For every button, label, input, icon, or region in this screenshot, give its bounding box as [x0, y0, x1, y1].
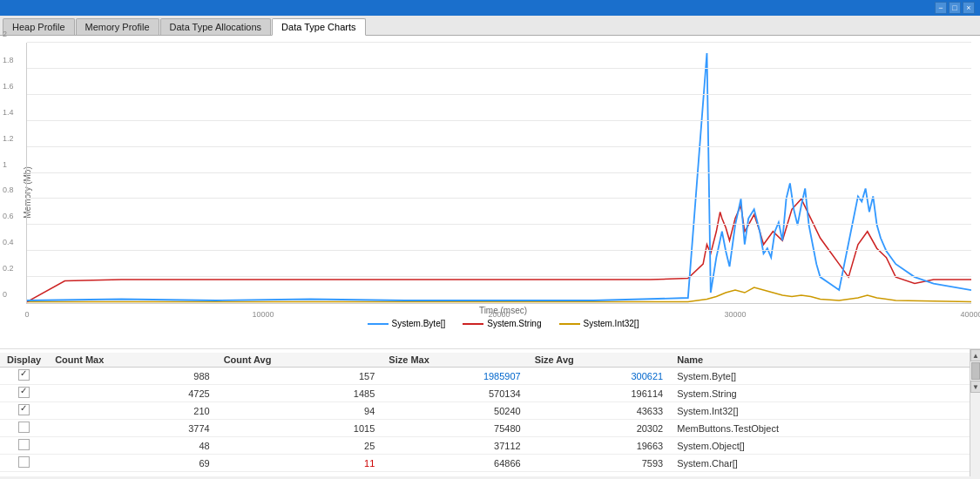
legend-line-string [463, 323, 483, 325]
row-checkbox[interactable] [0, 402, 48, 420]
x-axis-tick-label: 10000 [252, 310, 274, 319]
x-axis-tick-label: 40000 [960, 310, 980, 319]
y-axis-tick-label: 0.6 [3, 212, 14, 220]
y-axis-tick-label: 1.2 [3, 134, 14, 143]
y-axis-tick-label: 1.8 [3, 56, 14, 64]
legend-line-byte [368, 323, 389, 325]
table-cell: 48 [48, 437, 217, 455]
table-row: 6911648667593System.Char[] [0, 455, 980, 472]
table-cell: 50240 [382, 402, 527, 420]
table-cell: MemButtons.TestObject [670, 420, 980, 437]
table-header-display: Display [0, 353, 48, 368]
x-axis-tick-label: 20000 [488, 310, 510, 319]
grid-line [27, 224, 971, 225]
close-button[interactable]: × [963, 2, 975, 14]
y-axis-tick-label: 2 [3, 30, 7, 38]
tab-memory[interactable]: Memory Profile [76, 18, 159, 35]
grid-line [27, 172, 971, 173]
table-cell: 3774 [48, 420, 217, 437]
legend-item-int32: System.Int32[] [559, 319, 639, 328]
title-bar-buttons: − □ × [935, 2, 975, 14]
legend-label-int32: System.Int32[] [584, 319, 639, 328]
y-axis-tick-label: 0.8 [3, 186, 14, 194]
maximize-button[interactable]: □ [949, 2, 961, 14]
checkbox-icon[interactable] [18, 369, 30, 381]
y-axis-tick-label: 0 [3, 290, 7, 299]
table-cell: 7593 [528, 455, 671, 472]
x-axis-tick-label: 30000 [724, 310, 746, 319]
table-cell: 157 [217, 368, 382, 385]
table-cell: 210 [48, 402, 217, 420]
table-cell: 1485 [217, 385, 382, 402]
table-cell: 75480 [382, 420, 527, 437]
table-cell: System.Char[] [670, 455, 980, 472]
table-row: 9881571985907300621System.Byte[] [0, 368, 980, 385]
table-cell: 11 [217, 455, 382, 472]
table-cell: 4725 [48, 385, 217, 402]
y-axis-tick-label: 0.4 [3, 238, 14, 246]
x-axis-tick-label: 0 [24, 310, 29, 319]
scroll-up-button[interactable]: ▲ [970, 349, 980, 361]
y-axis-tick-label: 1.6 [3, 82, 14, 91]
table-row: 210945024043633System.Int32[] [0, 402, 980, 420]
y-axis-tick-label: 0.2 [3, 264, 14, 273]
table-cell: 988 [48, 368, 217, 385]
table-area: DisplayCount MaxCount AvgSize MaxSize Av… [0, 349, 980, 476]
table-cell: System.String [670, 385, 980, 402]
row-checkbox[interactable] [0, 368, 48, 385]
table-header-count-avg: Count Avg [217, 353, 382, 368]
grid-line [27, 42, 971, 43]
table-cell: 37112 [382, 437, 527, 455]
table-cell: 570134 [382, 385, 527, 402]
table-cell: 20302 [528, 420, 671, 437]
legend-item-byte: System.Byte[] [368, 319, 446, 328]
grid-line [27, 250, 971, 251]
grid-line [27, 198, 971, 199]
grid-line [27, 276, 971, 277]
checkbox-icon[interactable] [18, 387, 30, 398]
table-cell: 1015 [217, 420, 382, 437]
grid-line [27, 146, 971, 147]
chart-line [27, 53, 971, 300]
minimize-button[interactable]: − [935, 2, 947, 14]
row-checkbox[interactable] [0, 455, 48, 472]
table-cell: System.Object[] [670, 437, 980, 455]
table-cell: System.Byte[] [670, 368, 980, 385]
row-checkbox[interactable] [0, 420, 48, 437]
tabs-bar: Heap ProfileMemory ProfileData Type Allo… [0, 16, 980, 36]
row-checkbox[interactable] [0, 437, 48, 455]
table-cell: 64866 [382, 455, 527, 472]
data-table: DisplayCount MaxCount AvgSize MaxSize Av… [0, 353, 980, 472]
chart-svg [27, 43, 971, 303]
table-row: 377410157548020302MemButtons.TestObject [0, 420, 980, 437]
table-cell: 1985907 [382, 368, 527, 385]
table-cell: 69 [48, 455, 217, 472]
row-checkbox[interactable] [0, 385, 48, 402]
scrollbar-track: ▲ ▼ [970, 349, 980, 476]
legend-label-byte: System.Byte[] [392, 319, 446, 328]
title-bar: − □ × [0, 0, 980, 16]
scroll-down-button[interactable]: ▼ [970, 381, 980, 393]
table-header-count-max: Count Max [48, 353, 217, 368]
table-cell: System.Int32[] [670, 402, 980, 420]
scrollbar-thumb[interactable] [971, 362, 980, 380]
table-cell: 25 [217, 437, 382, 455]
table-cell: 19663 [528, 437, 671, 455]
table-header-size-avg: Size Avg [528, 353, 671, 368]
table-cell: 300621 [528, 368, 671, 385]
content-area: Memory (Mb) 00.20.40.60.811.21.41.61.820… [0, 36, 980, 476]
table-cell: 43633 [528, 402, 671, 420]
tab-allocations[interactable]: Data Type Allocations [160, 18, 272, 35]
chart-inner: 00.20.40.60.811.21.41.61.820100002000030… [26, 43, 971, 304]
chart-area: Memory (Mb) 00.20.40.60.811.21.41.61.820… [0, 36, 980, 349]
checkbox-icon[interactable] [18, 422, 30, 433]
checkbox-icon[interactable] [18, 456, 30, 468]
table-row: 47251485570134196114System.String [0, 385, 980, 402]
checkbox-icon[interactable] [18, 404, 30, 415]
tab-heap[interactable]: Heap Profile [3, 18, 75, 35]
y-axis-tick-label: 1.4 [3, 108, 14, 117]
tab-charts[interactable]: Data Type Charts [272, 18, 365, 36]
checkbox-icon[interactable] [18, 439, 30, 450]
table-cell: 94 [217, 402, 382, 420]
grid-line [27, 94, 971, 95]
